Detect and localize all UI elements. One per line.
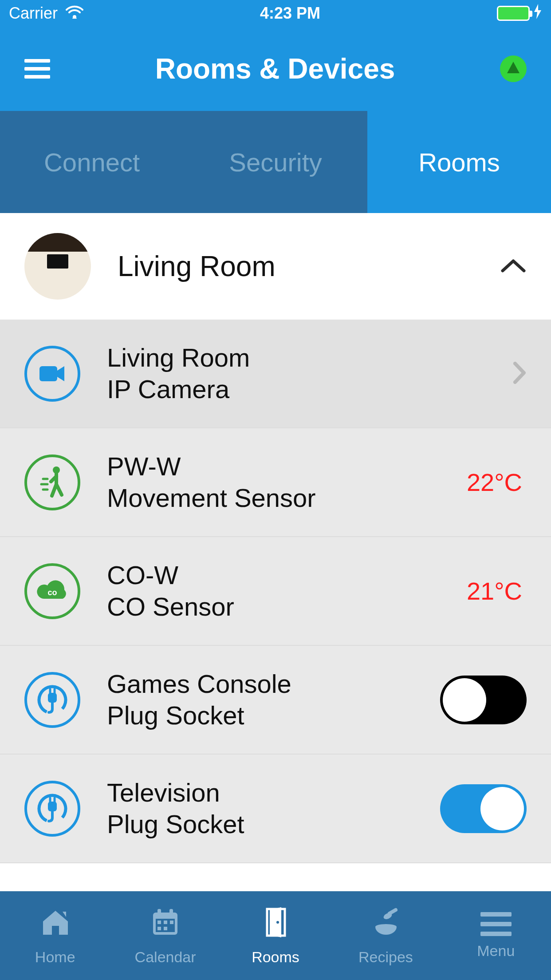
bottom-tab-label: Menu: [477, 942, 515, 960]
battery-icon: [497, 6, 530, 21]
bottom-tab-label: Home: [35, 948, 75, 966]
status-left: Carrier: [9, 4, 83, 23]
nav-header: Rooms & Devices: [0, 27, 551, 111]
camera-icon: [24, 346, 80, 402]
status-time: 4:23 PM: [260, 4, 320, 23]
device-line1: PW-W: [107, 452, 440, 482]
svg-rect-20: [164, 927, 167, 930]
chevron-right-icon: [512, 362, 527, 386]
device-row-television: Television Plug Socket: [0, 755, 551, 863]
tab-rooms[interactable]: Rooms: [367, 111, 551, 213]
temperature-value: 22°C: [467, 468, 522, 497]
sync-status-icon[interactable]: [500, 55, 527, 82]
bottom-tab-rooms[interactable]: Rooms: [220, 891, 331, 980]
tab-label: Connect: [44, 147, 140, 177]
device-line2: IP Camera: [107, 375, 486, 404]
device-line2: Plug Socket: [107, 810, 413, 839]
device-line1: Living Room: [107, 343, 486, 373]
page-title: Rooms & Devices: [50, 52, 500, 85]
svg-rect-1: [39, 366, 57, 381]
room-name: Living Room: [118, 250, 473, 283]
chevron-up-icon: [500, 257, 527, 275]
bottom-tab-label: Calendar: [135, 948, 196, 966]
calendar-icon: [149, 905, 182, 942]
bottom-tab-recipes[interactable]: Recipes: [331, 891, 441, 980]
temperature-value: 21°C: [467, 577, 522, 605]
device-row-movement[interactable]: PW-W Movement Sensor 22°C: [0, 428, 551, 537]
toggle-games-console[interactable]: [440, 676, 527, 724]
device-line2: CO Sensor: [107, 592, 440, 622]
svg-rect-19: [157, 927, 161, 930]
plug-icon: [24, 781, 80, 837]
device-row-camera[interactable]: Living Room IP Camera: [0, 320, 551, 428]
device-row-co[interactable]: co CO-W CO Sensor 21°C: [0, 537, 551, 646]
carrier-label: Carrier: [9, 4, 58, 23]
hamburger-menu-icon[interactable]: [24, 59, 50, 79]
device-label: Games Console Plug Socket: [107, 669, 413, 730]
status-bar: Carrier 4:23 PM: [0, 0, 551, 27]
recipes-icon: [369, 905, 402, 942]
device-label: PW-W Movement Sensor: [107, 452, 440, 513]
device-line1: Games Console: [107, 669, 413, 699]
svg-point-22: [276, 921, 279, 924]
menu-icon: [480, 912, 512, 936]
svg-point-23: [375, 924, 397, 929]
bottom-tab-home[interactable]: Home: [0, 891, 110, 980]
svg-rect-17: [164, 921, 167, 924]
svg-rect-14: [157, 909, 161, 916]
device-line1: CO-W: [107, 561, 440, 590]
device-row-games-console: Games Console Plug Socket: [0, 646, 551, 755]
bottom-tab-label: Rooms: [252, 948, 299, 966]
bottom-tab-calendar[interactable]: Calendar: [110, 891, 220, 980]
svg-point-0: [73, 15, 76, 19]
charging-icon: [533, 4, 542, 23]
tab-connect[interactable]: Connect: [0, 111, 184, 213]
plug-icon: [24, 672, 80, 728]
tab-label: Security: [229, 147, 322, 177]
room-header[interactable]: Living Room: [0, 213, 551, 320]
tab-security[interactable]: Security: [184, 111, 367, 213]
motion-icon: [24, 454, 80, 510]
home-icon: [39, 905, 72, 942]
svg-text:co: co: [47, 588, 57, 597]
bottom-tab-bar: Home Calendar Rooms Recipes Menu: [0, 891, 551, 980]
device-line1: Television: [107, 778, 413, 808]
svg-rect-15: [169, 909, 173, 916]
device-label: CO-W CO Sensor: [107, 561, 440, 621]
device-line2: Movement Sensor: [107, 483, 440, 513]
device-line2: Plug Socket: [107, 701, 413, 731]
device-list: Living Room IP Camera PW-W Movement Sens…: [0, 320, 551, 863]
svg-rect-18: [170, 921, 173, 924]
bottom-tab-menu[interactable]: Menu: [441, 891, 551, 980]
door-icon: [259, 905, 292, 942]
device-label: Living Room IP Camera: [107, 343, 486, 404]
tab-bar: Connect Security Rooms: [0, 111, 551, 213]
bottom-tab-label: Recipes: [358, 948, 413, 966]
co-cloud-icon: co: [24, 563, 80, 619]
wifi-icon: [66, 4, 83, 23]
svg-rect-16: [157, 921, 161, 924]
device-label: Television Plug Socket: [107, 778, 413, 839]
room-photo: [24, 233, 91, 300]
status-right: [497, 4, 542, 23]
toggle-television[interactable]: [440, 784, 527, 833]
tab-label: Rooms: [418, 147, 500, 177]
